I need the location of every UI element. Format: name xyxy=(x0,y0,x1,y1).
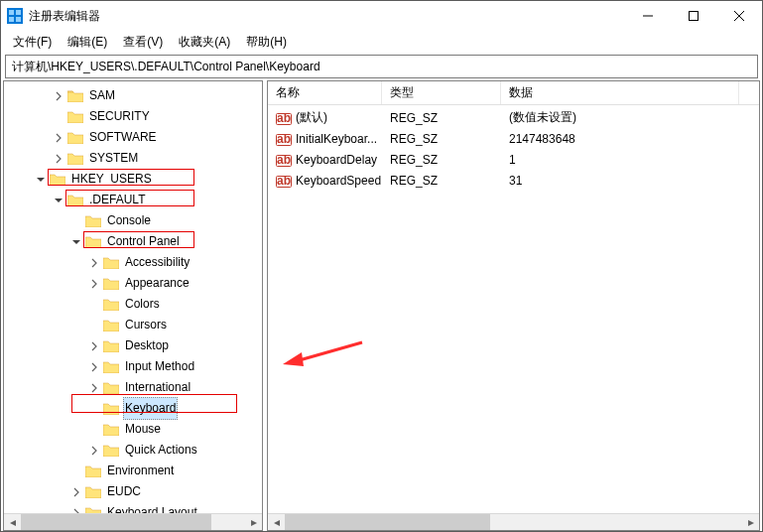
folder-icon xyxy=(103,339,119,352)
chevron-right-icon[interactable] xyxy=(87,444,101,458)
tree-node-mouse[interactable]: Mouse xyxy=(4,419,262,440)
tree-node-keyboard-layout[interactable]: Keyboard Layout xyxy=(4,502,262,513)
folder-icon xyxy=(85,506,101,513)
list-hscrollbar[interactable]: ◂ ▸ xyxy=(268,513,759,530)
tree-node-system[interactable]: SYSTEM xyxy=(4,148,262,169)
folder-icon xyxy=(103,402,119,415)
tree-label: SOFTWARE xyxy=(87,127,159,148)
folder-icon xyxy=(85,214,101,227)
cell-data: 31 xyxy=(501,174,699,188)
tree-label: Keyboard Layout xyxy=(105,502,199,513)
chevron-right-icon[interactable] xyxy=(87,256,101,270)
col-type[interactable]: 类型 xyxy=(382,81,501,104)
tree-label: Quick Actions xyxy=(123,440,199,461)
address-bar[interactable]: 计算机\HKEY_USERS\.DEFAULT\Control Panel\Ke… xyxy=(5,55,758,78)
chevron-right-icon[interactable] xyxy=(87,360,101,374)
maximize-button[interactable] xyxy=(671,1,716,31)
chevron-right-icon[interactable] xyxy=(52,131,65,145)
cell-name: abInitialKeyboar... xyxy=(268,131,382,147)
col-data[interactable]: 数据 xyxy=(501,81,739,104)
folder-icon xyxy=(85,485,101,498)
folder-icon xyxy=(103,381,119,394)
chevron-right-icon[interactable] xyxy=(69,506,83,514)
scroll-right-icon[interactable]: ▸ xyxy=(742,514,759,530)
tree-label: Keyboard xyxy=(123,397,178,420)
chevron-down-icon[interactable] xyxy=(34,173,48,187)
tree-node-appearance[interactable]: Appearance xyxy=(4,273,262,294)
tree-label: Colors xyxy=(123,294,162,315)
tree-node-eudc[interactable]: EUDC xyxy=(4,481,262,502)
tree-node-desktop[interactable]: Desktop xyxy=(4,335,262,356)
close-button[interactable] xyxy=(716,1,762,31)
tree-node-input-method[interactable]: Input Method xyxy=(4,356,262,377)
folder-icon xyxy=(50,173,65,186)
chevron-right-icon[interactable] xyxy=(52,152,65,166)
tree-node-software[interactable]: SOFTWARE xyxy=(4,127,262,148)
tree-node-environment[interactable]: Environment xyxy=(4,461,262,481)
svg-marker-18 xyxy=(283,352,304,366)
chevron-down-icon[interactable] xyxy=(69,235,83,249)
chevron-right-icon[interactable] xyxy=(87,277,101,291)
cell-data: 2147483648 xyxy=(501,132,699,146)
scroll-left-icon[interactable]: ◂ xyxy=(268,514,285,530)
tree-node-control-panel[interactable]: Control Panel xyxy=(4,231,262,252)
tree-node-console[interactable]: Console xyxy=(4,210,262,231)
svg-rect-2 xyxy=(16,10,21,15)
tree-label: Environment xyxy=(105,461,176,481)
tree-node-keyboard[interactable]: Keyboard xyxy=(4,398,262,419)
tree-node-quick-actions[interactable]: Quick Actions xyxy=(4,440,262,461)
window-controls xyxy=(625,1,762,31)
address-text: 计算机\HKEY_USERS\.DEFAULT\Control Panel\Ke… xyxy=(12,59,320,75)
tree-node-colors[interactable]: Colors xyxy=(4,294,262,315)
svg-rect-1 xyxy=(9,10,14,15)
menu-view[interactable]: 查看(V) xyxy=(115,32,171,53)
menu-help[interactable]: 帮助(H) xyxy=(238,32,295,53)
tree-node-security[interactable]: SECURITY xyxy=(4,106,262,127)
list-panel: 名称 类型 数据 ab(默认)REG_SZ(数值未设置)abInitialKey… xyxy=(267,80,760,531)
app-icon xyxy=(7,8,23,24)
folder-icon xyxy=(103,360,119,373)
tree-node-international[interactable]: International xyxy=(4,377,262,398)
cell-type: REG_SZ xyxy=(382,111,501,125)
tree-node-sam[interactable]: SAM xyxy=(4,85,262,106)
svg-text:ab: ab xyxy=(277,153,291,167)
tree-node-default[interactable]: .DEFAULT xyxy=(4,190,262,210)
svg-rect-4 xyxy=(16,17,21,22)
tree-hscrollbar[interactable]: ◂ ▸ xyxy=(4,513,262,530)
chevron-right-icon[interactable] xyxy=(87,381,101,395)
titlebar: 注册表编辑器 xyxy=(1,1,762,31)
tree-node-accessibility[interactable]: Accessibility xyxy=(4,252,262,273)
chevron-right-icon[interactable] xyxy=(87,339,101,353)
tree-label: Cursors xyxy=(123,315,169,335)
cell-name: ab(默认) xyxy=(268,109,382,126)
tree[interactable]: SAM SECURITY SOFTWARE SYSTEM xyxy=(4,81,262,513)
chevron-right-icon[interactable] xyxy=(52,89,65,103)
cell-type: REG_SZ xyxy=(382,153,501,167)
folder-icon xyxy=(103,298,119,311)
scroll-right-icon[interactable]: ▸ xyxy=(245,514,262,530)
list-row[interactable]: abKeyboardDelayREG_SZ1 xyxy=(268,149,759,170)
col-name[interactable]: 名称 xyxy=(268,81,382,104)
list-row[interactable]: abInitialKeyboar...REG_SZ2147483648 xyxy=(268,128,759,149)
menu-file[interactable]: 文件(F) xyxy=(5,32,60,53)
svg-text:ab: ab xyxy=(277,174,291,188)
list-header: 名称 类型 数据 xyxy=(268,81,759,105)
tree-label: International xyxy=(123,377,192,398)
chevron-right-icon[interactable] xyxy=(69,485,83,499)
scroll-left-icon[interactable]: ◂ xyxy=(4,514,21,530)
minimize-button[interactable] xyxy=(625,1,671,31)
folder-icon xyxy=(103,444,119,457)
svg-text:ab: ab xyxy=(277,132,291,146)
list-row[interactable]: abKeyboardSpeedREG_SZ31 xyxy=(268,170,759,191)
window-title: 注册表编辑器 xyxy=(29,8,625,25)
folder-icon xyxy=(103,256,119,269)
folder-icon xyxy=(103,277,119,290)
tree-node-cursors[interactable]: Cursors xyxy=(4,315,262,335)
folder-icon xyxy=(103,423,119,436)
chevron-down-icon[interactable] xyxy=(52,194,65,207)
menu-edit[interactable]: 编辑(E) xyxy=(60,32,115,53)
svg-rect-6 xyxy=(690,12,699,21)
menu-favorites[interactable]: 收藏夹(A) xyxy=(171,32,238,53)
list-row[interactable]: ab(默认)REG_SZ(数值未设置) xyxy=(268,107,759,128)
tree-node-hkey-users[interactable]: HKEY_USERS xyxy=(4,169,262,190)
